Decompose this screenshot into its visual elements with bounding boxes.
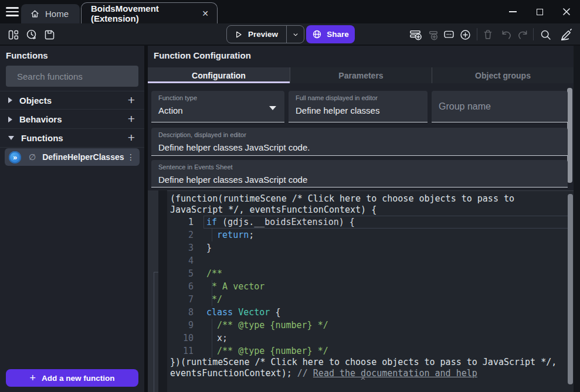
add-behavior-button[interactable]: + (124, 112, 138, 126)
line-number: 11 (167, 346, 194, 356)
tab-configuration[interactable]: Configuration (148, 67, 290, 83)
chevron-down-icon (8, 136, 14, 140)
add-object-button[interactable]: + (124, 93, 138, 107)
chevron-right-icon (8, 97, 12, 103)
full-name-field[interactable]: Full name displayed in editor (289, 91, 428, 122)
preview-button[interactable]: Preview (227, 26, 286, 43)
function-type-label: Function type (158, 94, 197, 101)
code-text: /** @type {number} */ (206, 346, 328, 356)
code-token: /** (206, 268, 222, 279)
overflow-hint-caret: ^ (361, 376, 365, 385)
code-text: /** @type {number} */ (206, 320, 328, 330)
function-item-definehelperclasses[interactable]: » ∅ DefineHelperClasses ⋮ (5, 148, 140, 166)
config-scrollbar[interactable] (567, 88, 572, 183)
search-events-button[interactable] (538, 28, 552, 42)
code-line[interactable]: 4 (167, 254, 574, 267)
minimize-button[interactable] (499, 0, 526, 23)
code-wrapper-header[interactable]: JavaScript */, eventsFunctionContext) { (170, 204, 377, 216)
code-editor-scrollbar[interactable] (568, 194, 573, 384)
close-button[interactable] (553, 0, 580, 23)
code-line[interactable]: 3} (167, 241, 574, 254)
function-more-menu-icon[interactable]: ⋮ (126, 152, 136, 162)
tab-parameters[interactable]: Parameters (290, 67, 432, 83)
edit-events-settings-button[interactable] (558, 28, 572, 42)
sidebar-section-objects[interactable]: Objects + (0, 91, 144, 110)
events-sheet-gutter (158, 190, 167, 392)
add-comment-button[interactable] (442, 28, 456, 42)
tab-object-groups[interactable]: Object groups (432, 67, 574, 83)
sentence-input[interactable] (158, 175, 561, 185)
code-wrapper-footer[interactable]: eventsFunctionContext); // Read the docu… (170, 368, 477, 379)
code-line[interactable]: 7 */ (167, 293, 574, 306)
search-functions-box[interactable] (6, 66, 138, 87)
globe-icon (312, 29, 322, 39)
function-type-value: Action (158, 105, 277, 115)
code-line[interactable]: 11 /** @type {number} */ (167, 345, 574, 357)
tab-home[interactable]: Home (21, 4, 80, 23)
config-panel-title: Function Configuration (154, 50, 251, 60)
circle-plus-icon (459, 29, 472, 41)
code-line[interactable]: 9 /** @type {number} */ (167, 319, 574, 332)
line-number: 8 (167, 307, 194, 318)
full-name-input[interactable] (296, 105, 420, 115)
share-button[interactable]: Share (306, 25, 355, 43)
line-number: 6 (167, 281, 194, 292)
code-text: if (gdjs.__boidsExtension) { (206, 217, 355, 227)
code-line[interactable]: 5/** (167, 267, 574, 280)
delete-button[interactable] (481, 28, 495, 42)
add-function-plus-button[interactable]: + (124, 131, 138, 145)
add-other-event-button[interactable] (458, 28, 472, 42)
description-input[interactable] (158, 142, 561, 152)
search-icon (540, 29, 552, 41)
toolbar-divider (477, 28, 477, 40)
tab-boidsmovement[interactable]: BoidsMovement (Extension) ✕ (81, 2, 218, 23)
footer-code: eventsFunctionContext); (170, 368, 297, 379)
undo-button[interactable] (499, 28, 513, 42)
description-label: Description, displayed in editor (158, 131, 246, 138)
save-button[interactable] (42, 28, 56, 42)
sidebar-section-functions[interactable]: Functions + (0, 129, 144, 148)
add-new-function-button[interactable]: + Add a new function (6, 369, 138, 387)
dropdown-caret-icon[interactable] (269, 106, 276, 110)
add-subevent-button[interactable] (425, 28, 439, 42)
documentation-link[interactable]: Read the documentation and help (313, 368, 477, 379)
code-line[interactable]: 8class Vector { (167, 306, 574, 319)
code-editor[interactable]: (function(runtimeScene /* Click here to … (167, 190, 574, 392)
code-token: ; (249, 230, 254, 240)
group-name-input[interactable] (439, 91, 561, 122)
add-event-button[interactable] (408, 28, 422, 42)
code-line[interactable]: 10 x; (167, 332, 574, 345)
function-type-field[interactable]: Function type Action (151, 91, 284, 122)
preview-options-button[interactable] (286, 26, 304, 43)
add-new-function-label: Add a new function (42, 374, 115, 383)
footer-comment-slashes: // (297, 368, 313, 379)
close-tab-icon[interactable]: ✕ (202, 9, 209, 18)
redo-button[interactable] (515, 28, 530, 42)
search-functions-input[interactable] (17, 71, 134, 81)
sentence-field[interactable]: Sentence in Events Sheet (151, 160, 568, 188)
version-history-button[interactable] (24, 28, 38, 42)
description-field[interactable]: Description, displayed in editor (151, 128, 568, 156)
code-line[interactable]: 6 * A vector (167, 280, 574, 293)
comment-icon (443, 29, 455, 41)
code-line[interactable]: 2 return; (167, 229, 574, 241)
line-number: 3 (167, 243, 194, 253)
code-token: Vector (238, 307, 270, 318)
play-icon (234, 30, 243, 39)
indent-guide (212, 345, 212, 357)
section-label: Objects (19, 96, 52, 105)
main-menu-icon[interactable] (6, 7, 19, 16)
code-token: { (270, 307, 280, 318)
section-label: Functions (21, 133, 63, 143)
chevron-right-icon (8, 117, 12, 122)
code-line[interactable]: 1if (gdjs.__boidsExtension) { (167, 216, 574, 229)
open-editors-panel-button[interactable] (6, 28, 20, 42)
history-clock-icon (25, 29, 38, 41)
sidebar-section-behaviors[interactable]: Behaviors + (0, 110, 144, 129)
maximize-button[interactable] (526, 0, 553, 23)
line-number: 5 (167, 268, 194, 279)
code-wrapper-footer[interactable]: })(runtimeScene /* Click here to choose … (170, 357, 557, 367)
group-name-field[interactable] (432, 91, 568, 122)
full-name-label: Full name displayed in editor (296, 94, 378, 101)
code-wrapper-header[interactable]: (function(runtimeScene /* Click here to … (170, 193, 514, 204)
